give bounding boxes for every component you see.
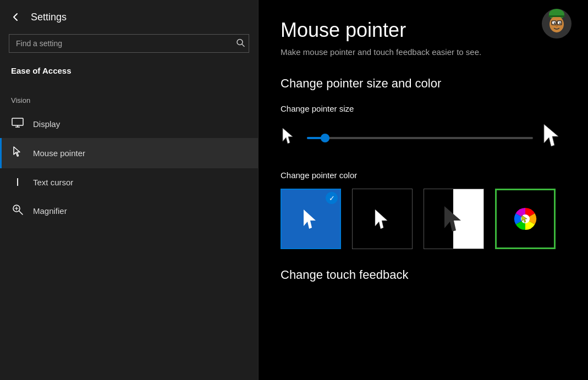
- svg-line-6: [19, 211, 23, 214]
- page-subtitle: Make mouse pointer and touch feedback ea…: [281, 47, 566, 57]
- pointer-size-slider-row: [281, 122, 566, 154]
- ease-of-access-label: Ease of Access: [0, 62, 258, 86]
- cursor-small-icon: [281, 126, 298, 150]
- color-options: ✓: [281, 189, 566, 249]
- vision-label: Vision: [0, 86, 258, 110]
- cursor-large-icon: [542, 122, 566, 154]
- sidebar-item-mouse-pointer[interactable]: Mouse pointer: [0, 138, 258, 168]
- display-icon: [11, 118, 24, 130]
- svg-rect-2: [12, 118, 23, 125]
- pointer-size-label: Change pointer size: [281, 104, 566, 113]
- svg-rect-19: [548, 15, 565, 17]
- color-option-black[interactable]: ✓: [281, 189, 341, 249]
- color-option-white[interactable]: [352, 189, 413, 249]
- page-title: Mouse pointer: [281, 19, 566, 42]
- pointer-size-slider[interactable]: [307, 137, 533, 139]
- svg-point-13: [554, 23, 556, 24]
- magnifier-icon: [11, 204, 24, 218]
- sidebar-item-text-cursor[interactable]: I Text cursor: [0, 168, 258, 196]
- section-title: Change pointer size and color: [281, 76, 566, 91]
- search-box: [9, 34, 249, 53]
- sidebar-header: Settings: [0, 0, 258, 34]
- search-input[interactable]: [9, 34, 249, 53]
- search-button[interactable]: [236, 38, 245, 49]
- svg-point-14: [559, 23, 561, 24]
- text-cursor-icon: I: [11, 176, 24, 189]
- sidebar-item-display[interactable]: Display: [0, 110, 258, 138]
- main-content: Mouse pointer Make mouse pointer and tou…: [259, 0, 588, 380]
- settings-title: Settings: [31, 12, 67, 23]
- sidebar-item-text-cursor-label: Text cursor: [33, 178, 73, 187]
- touch-feedback-title: Change touch feedback: [281, 268, 566, 282]
- avatar-image: [542, 9, 571, 38]
- sidebar-item-display-label: Display: [33, 119, 60, 129]
- color-option-custom[interactable]: [495, 189, 556, 249]
- sidebar-item-magnifier-label: Magnifier: [33, 206, 67, 216]
- slider-thumb[interactable]: [321, 134, 329, 142]
- sidebar: Settings Ease of Access Vision Display: [0, 0, 259, 380]
- svg-point-18: [556, 25, 558, 27]
- pointer-color-label: Change pointer color: [281, 170, 566, 180]
- mouse-pointer-icon: [11, 146, 24, 161]
- avatar: [542, 9, 571, 38]
- sidebar-item-mouse-pointer-label: Mouse pointer: [33, 148, 85, 158]
- color-option-inverted[interactable]: [424, 189, 484, 249]
- svg-line-1: [242, 45, 244, 47]
- back-button[interactable]: [9, 10, 23, 24]
- selected-checkmark: ✓: [326, 192, 338, 204]
- sidebar-item-magnifier[interactable]: Magnifier: [0, 196, 258, 225]
